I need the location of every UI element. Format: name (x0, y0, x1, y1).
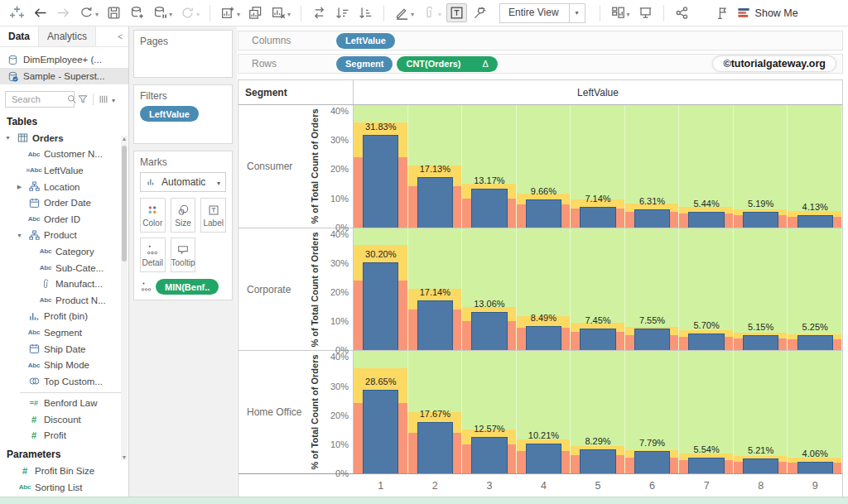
chevron-down-icon[interactable] (287, 7, 291, 19)
parameter-item[interactable]: #Profit Bin Size (0, 463, 128, 479)
pause-updates-icon[interactable] (150, 3, 175, 22)
chevron-down-icon[interactable] (169, 7, 172, 19)
columns-pill[interactable]: LeftValue (336, 33, 395, 49)
clear-sheet-icon[interactable] (268, 3, 293, 22)
field-item[interactable]: =AbcLeftValue (0, 162, 128, 179)
filter-pill[interactable]: LeftValue (140, 106, 199, 122)
bar[interactable] (363, 262, 398, 350)
search-box[interactable] (5, 91, 75, 108)
chevron-down-icon[interactable] (569, 4, 585, 22)
bar[interactable] (743, 458, 778, 473)
show-mark-labels-icon[interactable] (446, 3, 467, 22)
field-item[interactable]: #Profit (0, 428, 128, 444)
tab-data[interactable]: Data (0, 26, 39, 46)
chevron-down-icon[interactable] (95, 7, 99, 19)
swap-rows-columns-icon[interactable] (309, 3, 330, 22)
marks-pill[interactable]: MIN(Benf.. (156, 279, 219, 295)
presentation-mode-icon[interactable] (635, 3, 656, 22)
bar[interactable] (688, 458, 724, 473)
highlight-icon[interactable] (392, 3, 417, 22)
bar[interactable] (580, 207, 615, 228)
field-item[interactable]: Order Date (0, 194, 128, 211)
bar[interactable] (471, 312, 507, 350)
bar[interactable] (743, 212, 778, 227)
show-me-button[interactable]: Show Me (734, 4, 802, 22)
field-item[interactable]: AbcCategory (0, 243, 128, 260)
bar[interactable] (471, 437, 507, 473)
bar[interactable] (743, 335, 778, 350)
field-item[interactable]: AbcCustomer N... (0, 146, 128, 163)
chevron-down-icon[interactable] (438, 7, 441, 19)
bar[interactable] (363, 390, 398, 473)
field-item[interactable]: AbcProduct N... (0, 292, 128, 309)
bar[interactable] (797, 215, 833, 228)
datasource-item[interactable]: Sample - Superst... (0, 68, 128, 84)
bar[interactable] (417, 177, 453, 227)
field-item[interactable]: Profit (bin) (0, 309, 128, 325)
parameter-item[interactable]: AbcSorting List (0, 479, 128, 496)
bar[interactable] (526, 444, 561, 473)
replay-icon[interactable] (76, 3, 101, 22)
scrollbar[interactable] (121, 136, 128, 460)
bar[interactable] (688, 334, 724, 350)
bar[interactable] (580, 329, 615, 350)
color-button[interactable]: Color (140, 198, 166, 233)
field-item[interactable]: Ship Date (0, 341, 128, 358)
collapse-pane-icon[interactable]: < (112, 26, 128, 46)
bar[interactable] (417, 300, 453, 350)
field-item[interactable]: Manufact... (0, 276, 128, 292)
bar[interactable] (363, 135, 398, 228)
back-arrow[interactable] (30, 3, 51, 22)
filter-fields-icon[interactable] (77, 94, 89, 105)
filters-card[interactable]: Filters LeftValue (133, 84, 233, 144)
label-button[interactable]: Label (200, 198, 226, 233)
detail-button[interactable]: Detail (140, 238, 166, 272)
field-item[interactable]: AbcSub-Cate... (0, 260, 128, 276)
chevron-down-icon[interactable] (237, 7, 240, 19)
bar[interactable] (580, 449, 615, 473)
scrollbar-thumb[interactable] (122, 146, 127, 262)
rows-pill[interactable]: Segment (336, 56, 393, 72)
duplicate-sheet-icon[interactable] (245, 3, 266, 22)
datasource-item[interactable]: DimEmployee+ (... (0, 51, 128, 68)
bar[interactable] (688, 212, 724, 228)
view-options-icon[interactable] (98, 94, 109, 105)
bar[interactable] (634, 329, 670, 351)
mark-type-dropdown[interactable]: Automatic (140, 172, 226, 192)
fit-selector[interactable]: Entire View (499, 3, 585, 23)
field-item[interactable]: AbcShip Mode (0, 357, 128, 373)
bar[interactable] (471, 189, 507, 227)
rows-shelf[interactable]: Rows SegmentCNT(Orders)Δ ©tutorialgatewa… (238, 54, 843, 74)
chevron-down-icon[interactable] (627, 7, 630, 19)
fix-axes-icon[interactable] (470, 3, 490, 22)
view-options-caret[interactable] (112, 94, 115, 105)
bar[interactable] (634, 451, 670, 473)
bar[interactable] (634, 209, 670, 228)
save-icon[interactable] (104, 3, 124, 22)
field-item[interactable]: #Discount (0, 411, 128, 428)
chevron-down-icon[interactable] (196, 7, 200, 19)
sort-descending-icon[interactable] (355, 3, 376, 22)
group-members-icon[interactable] (419, 3, 444, 22)
size-button[interactable]: Size (171, 198, 196, 233)
bar[interactable] (526, 199, 561, 228)
columns-shelf[interactable]: Columns LeftValue (238, 31, 843, 50)
rows-pill[interactable]: CNT(Orders)Δ (397, 56, 497, 72)
field-item[interactable]: ▶Location (0, 179, 128, 195)
new-datasource-icon[interactable] (127, 3, 147, 22)
forward-arrow[interactable] (53, 3, 74, 22)
tab-analytics[interactable]: Analytics (39, 26, 96, 46)
pages-card[interactable]: Pages (133, 30, 233, 78)
run-updates-icon[interactable] (177, 3, 202, 22)
field-item[interactable]: Top Custom... (0, 373, 128, 390)
search-input[interactable] (10, 94, 66, 105)
flag-icon[interactable] (711, 3, 731, 22)
show-hide-cards-icon[interactable] (608, 3, 633, 22)
field-item[interactable]: =#Benford Law (0, 396, 128, 412)
bar[interactable] (797, 462, 833, 473)
sort-ascending-icon[interactable] (332, 3, 353, 22)
field-item[interactable]: AbcSegment (0, 324, 128, 341)
field-item[interactable]: AbcOrder ID (0, 211, 128, 228)
tableau-logo[interactable] (7, 3, 27, 22)
chevron-down-icon[interactable] (411, 7, 414, 19)
